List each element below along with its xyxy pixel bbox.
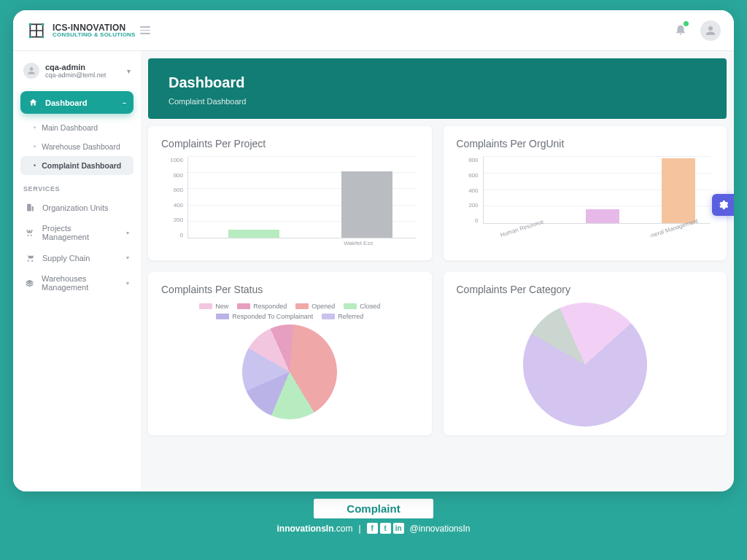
sidebar-user-name: cqa-admin: [45, 63, 106, 71]
linkedin-icon[interactable]: in: [393, 523, 404, 534]
svg-point-1: [29, 23, 31, 25]
building-icon: [25, 203, 35, 212]
subitem-label: Main Dashboard: [42, 123, 98, 132]
social-icons: f t in: [367, 523, 404, 534]
chevron-down-icon: ▾: [126, 230, 129, 236]
plot-area: [483, 157, 711, 224]
sidebar-item-warehouses[interactable]: Warehouses Management ▾: [20, 268, 133, 298]
brand-text: ICS-INNOVATION CONSULTING & SOLUTIONS: [53, 23, 136, 38]
svg-point-2: [42, 23, 44, 25]
legend-item: Responded: [237, 303, 287, 310]
brand-line2: CONSULTING & SOLUTIONS: [53, 32, 136, 38]
chevron-down-icon: ▾: [126, 254, 129, 261]
chart-per-status: [161, 324, 419, 419]
service-label: Supply Chain: [42, 254, 90, 262]
chevron-down-icon: ▾: [127, 67, 131, 75]
card-title: Complaints Per Status: [161, 284, 419, 295]
dashboard-submenu: Main Dashboard Warehouse Dashboard Compl…: [20, 118, 133, 175]
x-axis: Human Resource-neral Management: [483, 225, 711, 237]
user-avatar[interactable]: [700, 20, 721, 41]
legend-item: Responded To Complainant: [216, 313, 313, 320]
card-complaints-per-status: Complaints Per Status NewRespondedOpened…: [148, 272, 432, 435]
card-title: Complaints Per Project: [161, 138, 419, 149]
y-axis: 10008006004002000: [161, 157, 186, 238]
layers-icon: [25, 279, 34, 288]
menu-toggle-icon[interactable]: [140, 26, 150, 34]
chevron-down-icon: ▾: [126, 280, 129, 287]
footer-line: innovationsIn.com | f t in @innovationsI…: [276, 523, 470, 534]
status-legend: NewRespondedOpenedClosedResponded To Com…: [161, 303, 419, 320]
pie-chart: [523, 303, 647, 427]
legend-item: New: [199, 303, 228, 310]
svg-point-3: [29, 35, 31, 37]
card-complaints-per-project: Complaints Per Project 10008006004002000…: [148, 126, 432, 260]
content-area: Dashboard Complaint Dashboard Complaints…: [141, 51, 734, 491]
page-header: Dashboard Complaint Dashboard: [148, 58, 727, 119]
topbar: ICS-INNOVATION CONSULTING & SOLUTIONS: [13, 10, 734, 51]
brand-line1: ICS-INNOVATION: [53, 23, 136, 32]
sidebar-user[interactable]: cqa-admin cqa-admin@teml.net ▾: [20, 60, 133, 87]
app-window: ICS-INNOVATION CONSULTING & SOLUTIONS cq…: [13, 10, 734, 491]
chart-per-category: [457, 303, 714, 427]
breadcrumb: Complaint Dashboard: [169, 97, 706, 106]
nav-dashboard-label: Dashboard: [45, 98, 115, 107]
card-complaints-per-category: Complaints Per Category: [444, 272, 727, 435]
footer-badge: Complaint: [314, 499, 433, 518]
gear-icon: [717, 199, 729, 211]
sidebar-item-warehouse-dashboard[interactable]: Warehouse Dashboard: [20, 137, 133, 156]
brand-logo[interactable]: ICS-INNOVATION CONSULTING & SOLUTIONS: [26, 20, 136, 41]
sidebar-item-main-dashboard[interactable]: Main Dashboard: [20, 118, 133, 137]
legend-item: Referred: [322, 313, 363, 320]
card-title: Complaints Per OrgUnit: [457, 138, 714, 149]
pie-chart: [242, 324, 337, 419]
logo-svg-icon: [27, 21, 46, 40]
notifications-button[interactable]: [674, 23, 687, 39]
x-axis: Wakfet Ezz: [187, 240, 416, 252]
sidebar-item-projects[interactable]: Projects Management ▾: [20, 218, 133, 247]
sidebar: cqa-admin cqa-admin@teml.net ▾ Dashboard…: [13, 51, 141, 491]
topbar-actions: [674, 20, 721, 41]
sidebar-user-info: cqa-admin cqa-admin@teml.net: [45, 63, 106, 79]
notification-dot-icon: [684, 21, 689, 26]
sidebar-user-email: cqa-admin@teml.net: [45, 71, 106, 79]
svg-point-4: [42, 35, 44, 37]
home-icon: [28, 98, 38, 107]
service-label: Projects Management: [42, 224, 119, 241]
chart-per-project: 10008006004002000 Wakfet Ezz: [161, 157, 419, 252]
footer-handle[interactable]: @innovationsIn: [410, 524, 471, 534]
subitem-label: Complaint Dashboard: [42, 161, 121, 170]
nav-dashboard[interactable]: Dashboard –: [20, 91, 133, 114]
legend-item: Opened: [295, 303, 335, 310]
page-footer: Complaint innovationsIn.com | f t in @in…: [13, 499, 734, 534]
project-icon: [25, 228, 35, 238]
footer-site[interactable]: innovationsIn.com: [276, 524, 352, 534]
cart-icon: [25, 253, 35, 262]
facebook-icon[interactable]: f: [367, 523, 378, 534]
page-title: Dashboard: [169, 74, 706, 91]
footer-divider: |: [358, 524, 360, 534]
settings-fab[interactable]: [712, 194, 734, 216]
main-region: cqa-admin cqa-admin@teml.net ▾ Dashboard…: [13, 51, 734, 491]
logo-mark-icon: [26, 20, 47, 41]
twitter-icon[interactable]: t: [380, 523, 391, 534]
dashboard-cards: Complaints Per Project 10008006004002000…: [141, 119, 734, 444]
card-title: Complaints Per Category: [457, 284, 714, 295]
service-label: Organization Units: [42, 203, 109, 212]
y-axis: 8006004002000: [457, 157, 481, 224]
subitem-label: Warehouse Dashboard: [42, 142, 120, 151]
sidebar-section-services: SERVICES: [23, 185, 131, 192]
service-label: Warehouses Management: [42, 274, 119, 292]
avatar-icon: [704, 24, 717, 37]
collapse-icon: –: [123, 99, 126, 106]
sidebar-item-org-units[interactable]: Organization Units: [20, 197, 133, 218]
plot-area: [187, 157, 416, 238]
chart-per-orgunit: 8006004002000 Human Resource-neral Manag…: [457, 157, 714, 237]
sidebar-item-supply-chain[interactable]: Supply Chain ▾: [20, 247, 133, 268]
sidebar-item-complaint-dashboard[interactable]: Complaint Dashboard: [20, 156, 133, 175]
legend-item: Closed: [344, 303, 380, 310]
card-complaints-per-orgunit: Complaints Per OrgUnit 8006004002000 Hum…: [444, 126, 727, 260]
sidebar-avatar-icon: [23, 63, 39, 79]
